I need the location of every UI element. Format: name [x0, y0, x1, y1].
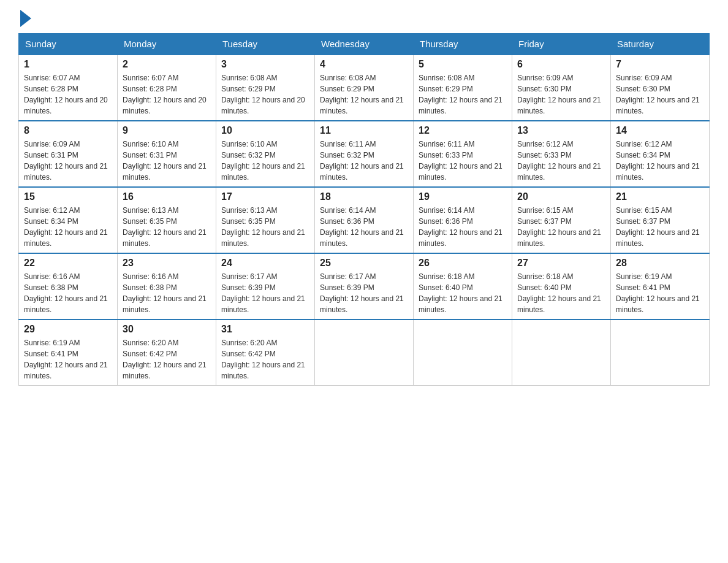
- calendar-cell: 18 Sunrise: 6:14 AMSunset: 6:36 PMDaylig…: [315, 187, 414, 253]
- week-row-4: 22 Sunrise: 6:16 AMSunset: 6:38 PMDaylig…: [19, 253, 710, 320]
- day-number: 14: [616, 125, 704, 136]
- calendar-cell: 30 Sunrise: 6:20 AMSunset: 6:42 PMDaylig…: [118, 320, 216, 386]
- day-info: Sunrise: 6:14 AMSunset: 6:36 PMDaylight:…: [320, 205, 408, 249]
- day-info: Sunrise: 6:17 AMSunset: 6:39 PMDaylight:…: [320, 271, 408, 315]
- day-number: 13: [517, 125, 605, 136]
- day-number: 15: [24, 191, 112, 202]
- calendar-cell: 1 Sunrise: 6:07 AMSunset: 6:28 PMDayligh…: [19, 55, 118, 121]
- calendar-cell: 24 Sunrise: 6:17 AMSunset: 6:39 PMDaylig…: [216, 253, 315, 320]
- day-info: Sunrise: 6:09 AMSunset: 6:30 PMDaylight:…: [616, 72, 704, 117]
- day-info: Sunrise: 6:15 AMSunset: 6:37 PMDaylight:…: [517, 205, 605, 249]
- calendar-cell: 10 Sunrise: 6:10 AMSunset: 6:32 PMDaylig…: [216, 121, 315, 187]
- header-monday: Monday: [118, 34, 216, 55]
- day-info: Sunrise: 6:10 AMSunset: 6:31 PMDaylight:…: [123, 139, 211, 183]
- day-number: 16: [123, 191, 211, 202]
- day-info: Sunrise: 6:20 AMSunset: 6:42 PMDaylight:…: [221, 337, 309, 381]
- calendar-cell: 9 Sunrise: 6:10 AMSunset: 6:31 PMDayligh…: [118, 121, 216, 187]
- logo-arrow-icon: [20, 10, 31, 27]
- calendar-cell: 8 Sunrise: 6:09 AMSunset: 6:31 PMDayligh…: [19, 121, 118, 187]
- calendar-cell: 19 Sunrise: 6:14 AMSunset: 6:36 PMDaylig…: [414, 187, 512, 253]
- day-number: 26: [419, 258, 507, 269]
- calendar-cell: [315, 320, 414, 386]
- day-number: 30: [123, 324, 211, 335]
- day-number: 10: [221, 125, 309, 136]
- day-info: Sunrise: 6:16 AMSunset: 6:38 PMDaylight:…: [24, 271, 112, 315]
- day-info: Sunrise: 6:07 AMSunset: 6:28 PMDaylight:…: [24, 72, 112, 117]
- calendar-cell: 5 Sunrise: 6:08 AMSunset: 6:29 PMDayligh…: [414, 55, 512, 121]
- day-number: 21: [616, 191, 704, 202]
- day-number: 28: [616, 258, 704, 269]
- header-saturday: Saturday: [611, 34, 710, 55]
- week-row-3: 15 Sunrise: 6:12 AMSunset: 6:34 PMDaylig…: [19, 187, 710, 253]
- calendar-cell: 13 Sunrise: 6:12 AMSunset: 6:33 PMDaylig…: [512, 121, 611, 187]
- page-header: [18, 12, 710, 27]
- day-info: Sunrise: 6:12 AMSunset: 6:33 PMDaylight:…: [517, 139, 605, 183]
- logo: [18, 12, 31, 27]
- header-thursday: Thursday: [414, 34, 512, 55]
- day-info: Sunrise: 6:19 AMSunset: 6:41 PMDaylight:…: [24, 337, 112, 381]
- day-info: Sunrise: 6:11 AMSunset: 6:33 PMDaylight:…: [419, 139, 507, 183]
- day-info: Sunrise: 6:16 AMSunset: 6:38 PMDaylight:…: [123, 271, 211, 315]
- calendar-cell: 16 Sunrise: 6:13 AMSunset: 6:35 PMDaylig…: [118, 187, 216, 253]
- day-info: Sunrise: 6:11 AMSunset: 6:32 PMDaylight:…: [320, 139, 408, 183]
- day-number: 31: [221, 324, 309, 335]
- calendar-cell: 21 Sunrise: 6:15 AMSunset: 6:37 PMDaylig…: [611, 187, 710, 253]
- day-info: Sunrise: 6:09 AMSunset: 6:30 PMDaylight:…: [517, 72, 605, 117]
- day-number: 12: [419, 125, 507, 136]
- day-info: Sunrise: 6:12 AMSunset: 6:34 PMDaylight:…: [24, 205, 112, 249]
- day-number: 24: [221, 258, 309, 269]
- calendar-cell: 15 Sunrise: 6:12 AMSunset: 6:34 PMDaylig…: [19, 187, 118, 253]
- day-info: Sunrise: 6:08 AMSunset: 6:29 PMDaylight:…: [221, 72, 309, 117]
- calendar-cell: 2 Sunrise: 6:07 AMSunset: 6:28 PMDayligh…: [118, 55, 216, 121]
- calendar-cell: 20 Sunrise: 6:15 AMSunset: 6:37 PMDaylig…: [512, 187, 611, 253]
- calendar-cell: 26 Sunrise: 6:18 AMSunset: 6:40 PMDaylig…: [414, 253, 512, 320]
- calendar-cell: 29 Sunrise: 6:19 AMSunset: 6:41 PMDaylig…: [19, 320, 118, 386]
- day-number: 8: [24, 125, 112, 136]
- day-info: Sunrise: 6:19 AMSunset: 6:41 PMDaylight:…: [616, 271, 704, 315]
- calendar-cell: 27 Sunrise: 6:18 AMSunset: 6:40 PMDaylig…: [512, 253, 611, 320]
- day-info: Sunrise: 6:20 AMSunset: 6:42 PMDaylight:…: [123, 337, 211, 381]
- day-number: 9: [123, 125, 211, 136]
- day-info: Sunrise: 6:18 AMSunset: 6:40 PMDaylight:…: [517, 271, 605, 315]
- day-info: Sunrise: 6:12 AMSunset: 6:34 PMDaylight:…: [616, 139, 704, 183]
- calendar-table: SundayMondayTuesdayWednesdayThursdayFrid…: [18, 33, 710, 386]
- day-number: 5: [419, 59, 507, 70]
- day-info: Sunrise: 6:08 AMSunset: 6:29 PMDaylight:…: [320, 72, 408, 117]
- week-row-2: 8 Sunrise: 6:09 AMSunset: 6:31 PMDayligh…: [19, 121, 710, 187]
- day-number: 19: [419, 191, 507, 202]
- day-info: Sunrise: 6:17 AMSunset: 6:39 PMDaylight:…: [221, 271, 309, 315]
- day-number: 2: [123, 59, 211, 70]
- week-row-1: 1 Sunrise: 6:07 AMSunset: 6:28 PMDayligh…: [19, 55, 710, 121]
- week-row-5: 29 Sunrise: 6:19 AMSunset: 6:41 PMDaylig…: [19, 320, 710, 386]
- calendar-cell: 28 Sunrise: 6:19 AMSunset: 6:41 PMDaylig…: [611, 253, 710, 320]
- calendar-cell: [414, 320, 512, 386]
- day-number: 23: [123, 258, 211, 269]
- day-info: Sunrise: 6:14 AMSunset: 6:36 PMDaylight:…: [419, 205, 507, 249]
- calendar-cell: 6 Sunrise: 6:09 AMSunset: 6:30 PMDayligh…: [512, 55, 611, 121]
- day-info: Sunrise: 6:09 AMSunset: 6:31 PMDaylight:…: [24, 139, 112, 183]
- day-number: 6: [517, 59, 605, 70]
- day-number: 22: [24, 258, 112, 269]
- calendar-cell: 4 Sunrise: 6:08 AMSunset: 6:29 PMDayligh…: [315, 55, 414, 121]
- day-info: Sunrise: 6:13 AMSunset: 6:35 PMDaylight:…: [221, 205, 309, 249]
- day-number: 25: [320, 258, 408, 269]
- calendar-cell: 23 Sunrise: 6:16 AMSunset: 6:38 PMDaylig…: [118, 253, 216, 320]
- calendar-cell: [611, 320, 710, 386]
- day-info: Sunrise: 6:18 AMSunset: 6:40 PMDaylight:…: [419, 271, 507, 315]
- calendar-cell: 11 Sunrise: 6:11 AMSunset: 6:32 PMDaylig…: [315, 121, 414, 187]
- calendar-cell: [512, 320, 611, 386]
- day-number: 1: [24, 59, 112, 70]
- day-number: 27: [517, 258, 605, 269]
- header-friday: Friday: [512, 34, 611, 55]
- day-info: Sunrise: 6:08 AMSunset: 6:29 PMDaylight:…: [419, 72, 507, 117]
- calendar-cell: 7 Sunrise: 6:09 AMSunset: 6:30 PMDayligh…: [611, 55, 710, 121]
- calendar-cell: 14 Sunrise: 6:12 AMSunset: 6:34 PMDaylig…: [611, 121, 710, 187]
- calendar-cell: 12 Sunrise: 6:11 AMSunset: 6:33 PMDaylig…: [414, 121, 512, 187]
- calendar-cell: 17 Sunrise: 6:13 AMSunset: 6:35 PMDaylig…: [216, 187, 315, 253]
- day-number: 29: [24, 324, 112, 335]
- day-info: Sunrise: 6:13 AMSunset: 6:35 PMDaylight:…: [123, 205, 211, 249]
- day-number: 17: [221, 191, 309, 202]
- day-number: 4: [320, 59, 408, 70]
- day-number: 7: [616, 59, 704, 70]
- day-info: Sunrise: 6:10 AMSunset: 6:32 PMDaylight:…: [221, 139, 309, 183]
